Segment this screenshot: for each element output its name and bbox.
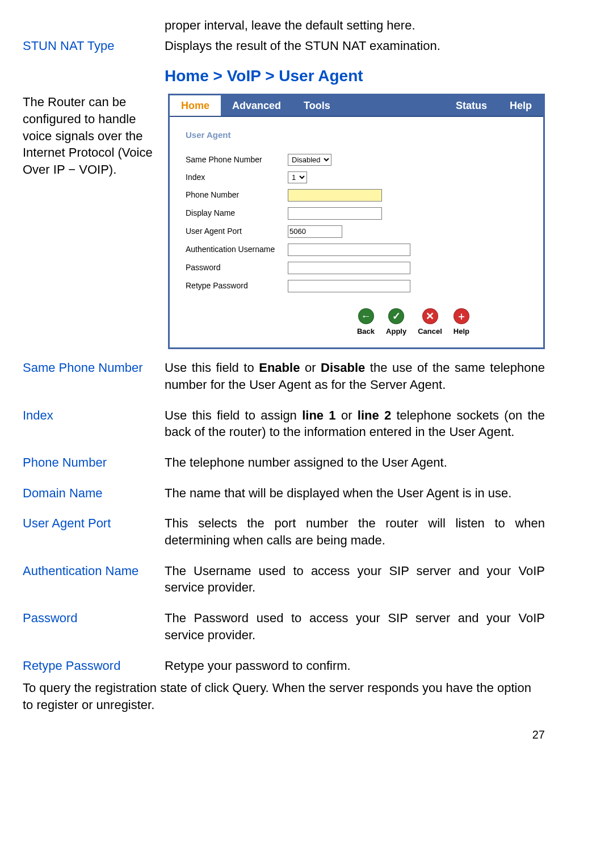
button-bar: ← Back ✓ Apply ✕ Cancel ＋ Help: [299, 308, 527, 337]
def-domain-label: Domain Name: [23, 485, 165, 502]
router-ui-screenshot: Home Advanced Tools Status Help User Age…: [168, 94, 545, 349]
display-name-input[interactable]: [288, 207, 382, 220]
footnote: To query the registration state of click…: [23, 680, 545, 713]
stun-nat-type-desc: Displays the result of the STUN NAT exam…: [165, 37, 545, 54]
tab-home[interactable]: Home: [170, 95, 221, 116]
apply-button[interactable]: ✓ Apply: [386, 308, 406, 337]
def-password-desc: The Password used to access your SIP ser…: [165, 610, 545, 643]
help-label: Help: [454, 326, 469, 337]
tab-advanced[interactable]: Advanced: [221, 95, 292, 116]
tab-tools[interactable]: Tools: [292, 95, 342, 116]
def-retype-label: Retype Password: [23, 657, 165, 674]
index-select[interactable]: 1: [288, 171, 307, 183]
tab-status[interactable]: Status: [444, 95, 498, 116]
page-number: 27: [23, 727, 545, 743]
password-label: Password: [186, 262, 288, 273]
def-same-phone-desc: Use this field to Enable or Disable the …: [165, 359, 545, 393]
def-phone-label: Phone Number: [23, 454, 165, 471]
plus-icon: ＋: [454, 308, 469, 324]
display-name-label: Display Name: [186, 208, 288, 219]
same-phone-select[interactable]: Disabled: [288, 154, 331, 166]
same-phone-label: Same Phone Number: [186, 154, 288, 165]
apply-label: Apply: [386, 326, 406, 337]
stun-nat-type-label: STUN NAT Type: [23, 37, 165, 54]
panel-title: User Agent: [186, 129, 527, 141]
user-agent-port-label: User Agent Port: [186, 226, 288, 237]
def-domain-desc: The name that will be displayed when the…: [165, 485, 545, 502]
intro-text: The Router can be configured to handle v…: [23, 94, 168, 178]
retype-password-label: Retype Password: [186, 280, 288, 291]
cancel-label: Cancel: [418, 326, 442, 337]
index-label: Index: [186, 172, 288, 183]
password-input[interactable]: [288, 262, 410, 274]
auth-username-label: Authentication Username: [186, 244, 288, 255]
def-port-label: User Agent Port: [23, 515, 165, 532]
nav-bar: Home Advanced Tools Status Help: [170, 95, 543, 117]
phone-number-label: Phone Number: [186, 190, 288, 200]
def-auth-label: Authentication Name: [23, 563, 165, 580]
def-auth-desc: The Username used to access your SIP ser…: [165, 563, 545, 596]
def-same-phone-label: Same Phone Number: [23, 359, 165, 376]
def-index-label: Index: [23, 407, 165, 424]
def-port-desc: This selects the port number the router …: [165, 515, 545, 548]
back-arrow-icon: ←: [358, 308, 374, 324]
user-agent-port-input[interactable]: [288, 225, 342, 238]
def-retype-desc: Retype your password to confirm.: [165, 657, 545, 674]
carryover-text: proper interval, leave the default setti…: [165, 17, 545, 34]
help-button[interactable]: ＋ Help: [454, 308, 469, 337]
back-label: Back: [357, 326, 375, 337]
def-phone-desc: The telephone number assigned to the Use…: [165, 454, 545, 471]
phone-number-input[interactable]: [288, 189, 382, 202]
cancel-button[interactable]: ✕ Cancel: [418, 308, 442, 337]
retype-password-input[interactable]: [288, 280, 410, 292]
check-icon: ✓: [388, 308, 404, 324]
breadcrumb: Home > VoIP > User Agent: [165, 65, 363, 87]
tab-help[interactable]: Help: [498, 95, 543, 116]
cross-icon: ✕: [422, 308, 438, 324]
def-password-label: Password: [23, 610, 165, 627]
back-button[interactable]: ← Back: [357, 308, 375, 337]
def-index-desc: Use this field to assign line 1 or line …: [165, 407, 545, 441]
auth-username-input[interactable]: [288, 244, 410, 256]
